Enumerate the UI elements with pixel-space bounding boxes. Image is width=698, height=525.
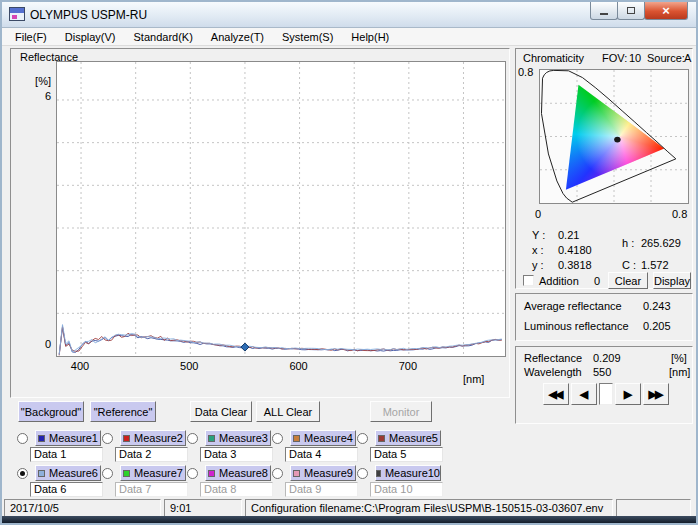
measure-10-radio[interactable] bbox=[357, 468, 368, 479]
measure-2-label: Measure2 bbox=[134, 432, 183, 444]
x-tick-600: 600 bbox=[284, 360, 314, 372]
measure-4-button[interactable]: Measure4 bbox=[290, 430, 356, 446]
spectrum-series-measure6 bbox=[59, 325, 502, 355]
measure-3-button[interactable]: Measure3 bbox=[205, 430, 271, 446]
step-forward-button[interactable]: ▶ bbox=[615, 383, 641, 405]
chroma-x-axis-min: 0 bbox=[535, 208, 541, 220]
data-8-field[interactable]: Data 8 bbox=[200, 482, 273, 497]
menu-item-display[interactable]: Display(V) bbox=[56, 29, 125, 45]
average-panel: Average reflectance 0.243 Luminous refle… bbox=[515, 293, 693, 341]
measure-1-button[interactable]: Measure1 bbox=[35, 430, 101, 446]
measure-3-radio[interactable] bbox=[187, 433, 198, 444]
measure-2-color-swatch bbox=[123, 435, 130, 442]
fov-value: 10 bbox=[629, 52, 641, 64]
spectrum-panel: Reflectance [%] 6 0 [nm] 400500600700 bbox=[10, 48, 510, 398]
measure-1-label: Measure1 bbox=[49, 432, 98, 444]
measure-9-color-swatch bbox=[293, 470, 300, 477]
measurement-point bbox=[614, 137, 621, 143]
app-icon bbox=[9, 7, 25, 21]
measure-2-radio[interactable] bbox=[102, 433, 113, 444]
measure-9-radio[interactable] bbox=[272, 468, 283, 479]
menu-item-system[interactable]: System(S) bbox=[273, 29, 342, 45]
data-4-field[interactable]: Data 4 bbox=[285, 447, 358, 462]
measure-6-color-swatch bbox=[38, 470, 45, 477]
minimize-button[interactable] bbox=[590, 2, 618, 20]
measure-7-button[interactable]: Measure7 bbox=[120, 465, 186, 481]
spectrum-series-measure1 bbox=[59, 327, 502, 354]
x-value: 0.4180 bbox=[558, 244, 592, 256]
measure-4-label: Measure4 bbox=[304, 432, 353, 444]
y-axis-min-label: 0 bbox=[23, 338, 51, 350]
step-backward-icon: ◀ bbox=[580, 388, 586, 401]
cursor-wavelength-unit: [nm] bbox=[669, 366, 690, 378]
spectrum-series-measure2 bbox=[59, 326, 502, 355]
source-value: A bbox=[684, 52, 691, 64]
luminous-reflectance-value: 0.205 bbox=[643, 320, 671, 332]
measure-4-radio[interactable] bbox=[272, 433, 283, 444]
close-icon: × bbox=[662, 4, 670, 17]
measure-9-label: Measure9 bbox=[304, 467, 353, 479]
addition-count: 0 bbox=[594, 275, 600, 287]
measure-5-button[interactable]: Measure5 bbox=[375, 430, 441, 446]
all-clear-button[interactable]: ALL Clear bbox=[256, 401, 320, 422]
menu-item-analyze[interactable]: Analyze(T) bbox=[202, 29, 273, 45]
clear-button[interactable]: Clear bbox=[608, 272, 648, 289]
measure-8-label: Measure8 bbox=[219, 467, 268, 479]
menu-bar: File(F)Display(V)Standard(K)Analyze(T)Sy… bbox=[2, 28, 696, 46]
data-6-field[interactable]: Data 6 bbox=[30, 482, 103, 497]
x-tick-500: 500 bbox=[174, 360, 204, 372]
cursor-reflectance-label: Reflectance bbox=[524, 352, 582, 364]
measure-2-button[interactable]: Measure2 bbox=[120, 430, 186, 446]
cursor-reflectance-value: 0.209 bbox=[593, 352, 621, 364]
measure-1-radio[interactable] bbox=[17, 433, 28, 444]
x-axis-unit: [nm] bbox=[463, 373, 484, 385]
spectrum-plot bbox=[56, 61, 506, 357]
addition-label: Addition bbox=[539, 275, 579, 287]
measure-1-color-swatch bbox=[38, 435, 45, 442]
step-forward-icon: ▶ bbox=[624, 388, 630, 401]
measure-5-radio[interactable] bbox=[357, 433, 368, 444]
source-label: Source: bbox=[647, 52, 685, 64]
data-2-field[interactable]: Data 2 bbox=[115, 447, 188, 462]
data-clear-button[interactable]: Data Clear bbox=[190, 401, 252, 422]
spectral-locus bbox=[540, 70, 688, 203]
cursor-marker[interactable] bbox=[241, 343, 249, 351]
backgroud-button[interactable]: "Backgroud" bbox=[18, 401, 84, 422]
data-10-field[interactable]: Data 10 bbox=[370, 482, 443, 497]
measure-6-radio[interactable] bbox=[17, 468, 28, 479]
measure-6-label: Measure6 bbox=[49, 467, 98, 479]
menu-item-standard[interactable]: Standard(K) bbox=[125, 29, 202, 45]
data-7-field[interactable]: Data 7 bbox=[115, 482, 188, 497]
data-1-field[interactable]: Data 1 bbox=[30, 447, 103, 462]
window-title: OLYMPUS USPM-RU bbox=[30, 8, 147, 22]
measure-6-button[interactable]: Measure6 bbox=[35, 465, 101, 481]
data-3-field[interactable]: Data 3 bbox=[200, 447, 273, 462]
measure-8-button[interactable]: Measure8 bbox=[205, 465, 271, 481]
measure-9-button[interactable]: Measure9 bbox=[290, 465, 356, 481]
monitor-button[interactable]: Monitor bbox=[370, 401, 432, 422]
menu-item-file[interactable]: File(F) bbox=[6, 29, 56, 45]
addition-checkbox[interactable] bbox=[523, 275, 534, 286]
data-9-field[interactable]: Data 9 bbox=[285, 482, 358, 497]
cursor-wavelength-label: Wavelength bbox=[524, 366, 582, 378]
measure-4-color-swatch bbox=[293, 435, 300, 442]
display-button[interactable]: Display bbox=[653, 272, 691, 289]
measure-10-button[interactable]: Measure10 bbox=[375, 465, 441, 481]
y-axis-unit: [%] bbox=[23, 75, 51, 87]
step-backward-button[interactable]: ◀ bbox=[571, 383, 597, 405]
maximize-button[interactable] bbox=[617, 2, 645, 20]
data-5-field[interactable]: Data 5 bbox=[370, 447, 443, 462]
fast-forward-button[interactable]: ▶▶ bbox=[643, 383, 669, 405]
cursor-wavelength-value: 550 bbox=[593, 366, 611, 378]
y-label: y : bbox=[532, 259, 544, 271]
measure-7-radio[interactable] bbox=[102, 468, 113, 479]
fast-forward-icon: ▶▶ bbox=[649, 388, 662, 401]
close-button[interactable]: × bbox=[644, 2, 688, 20]
measure-7-color-swatch bbox=[123, 470, 130, 477]
C-label: C : bbox=[622, 259, 636, 271]
reference-button[interactable]: "Reference" bbox=[90, 401, 156, 422]
menu-item-help[interactable]: Help(H) bbox=[342, 29, 398, 45]
fast-backward-button[interactable]: ◀◀ bbox=[543, 383, 569, 405]
luminous-reflectance-label: Luminous reflectance bbox=[524, 320, 629, 332]
measure-8-radio[interactable] bbox=[187, 468, 198, 479]
